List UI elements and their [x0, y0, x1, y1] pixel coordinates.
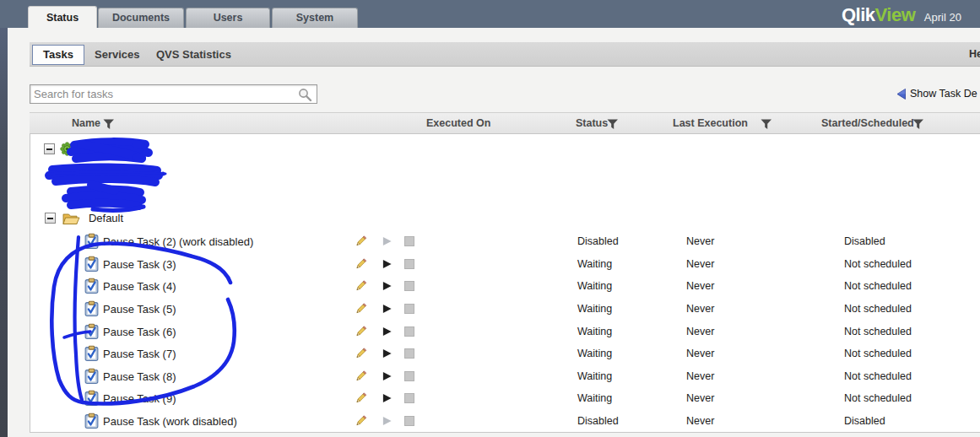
stop-task-icon[interactable]: [404, 393, 414, 403]
edit-task-icon[interactable]: [355, 370, 367, 382]
task-started-scheduled: Not scheduled: [844, 280, 912, 292]
task-status: Waiting: [577, 348, 612, 359]
column-header-status[interactable]: Status: [576, 113, 608, 133]
task-name[interactable]: Pause Task (4): [103, 280, 176, 293]
tree-node-server: [44, 141, 74, 156]
filter-icon[interactable]: [103, 118, 115, 133]
run-task-icon[interactable]: [382, 258, 393, 269]
edit-task-icon[interactable]: [355, 280, 367, 293]
collapse-icon[interactable]: [45, 213, 56, 224]
task-status: Waiting: [577, 392, 612, 404]
task-clipboard-icon: [84, 278, 99, 294]
stop-task-icon[interactable]: [404, 236, 414, 246]
blue-arrow-left-icon: [896, 89, 906, 100]
logo-qlik-text: Qlik: [842, 4, 875, 25]
task-status: Waiting: [577, 370, 612, 382]
task-clipboard-icon: [84, 323, 99, 339]
table-row: Pause Task (9) Waiting Never Not schedul…: [30, 387, 980, 410]
task-last-execution: Never: [686, 348, 714, 359]
tree-node-collapsed: [72, 187, 83, 202]
task-name[interactable]: Pause Task (2) (work disabled): [103, 235, 253, 248]
filter-icon[interactable]: [912, 118, 924, 133]
table-row: Pause Task (8) Waiting Never Not schedul…: [30, 365, 980, 388]
table-row: Pause Task (7) Waiting Never Not schedul…: [30, 343, 980, 365]
task-started-scheduled: Disabled: [844, 235, 885, 247]
task-clipboard-icon: [84, 346, 99, 362]
search-input[interactable]: [34, 85, 295, 103]
folder-label[interactable]: Default: [89, 212, 123, 224]
run-task-icon[interactable]: [382, 348, 393, 359]
show-task-details-link[interactable]: Show Task De: [896, 86, 977, 101]
tab-services[interactable]: Services: [95, 42, 140, 67]
tab-tasks[interactable]: Tasks: [32, 45, 84, 65]
task-last-execution: Never: [686, 326, 714, 337]
run-task-icon[interactable]: [382, 326, 393, 337]
table-row: Pause Task (3) Waiting Never Not schedul…: [30, 253, 980, 276]
stop-task-icon[interactable]: [404, 259, 414, 269]
task-last-execution: Never: [686, 415, 714, 427]
tab-documents[interactable]: Documents: [98, 8, 184, 28]
edit-task-icon[interactable]: [355, 257, 367, 270]
qmc-window: Status Documents Users System QlikView A…: [0, 0, 980, 437]
task-name[interactable]: Pause Task (9): [103, 392, 176, 405]
task-started-scheduled: Not scheduled: [844, 392, 912, 404]
logo-version-text: April 20: [924, 11, 961, 24]
stop-task-icon[interactable]: [404, 348, 414, 359]
run-task-icon[interactable]: [382, 393, 393, 404]
run-task-icon[interactable]: [382, 370, 393, 381]
column-header-started-scheduled[interactable]: Started/Scheduled: [821, 113, 914, 133]
task-status: Waiting: [577, 280, 612, 292]
search-icon: [298, 88, 312, 102]
expand-icon[interactable]: [72, 190, 83, 201]
task-clipboard-icon: [84, 256, 99, 272]
edit-task-icon[interactable]: [355, 348, 367, 360]
column-header-name[interactable]: Name: [72, 113, 100, 133]
task-name[interactable]: Pause Task (3): [103, 257, 176, 270]
task-name[interactable]: Pause Task (7): [103, 348, 176, 360]
task-last-execution: Never: [686, 370, 714, 382]
stop-task-icon[interactable]: [404, 326, 414, 337]
filter-icon[interactable]: [607, 118, 619, 133]
task-status: Waiting: [577, 303, 612, 315]
edit-task-icon[interactable]: [355, 235, 367, 248]
task-started-scheduled: Not scheduled: [844, 258, 912, 270]
edit-task-icon[interactable]: [355, 325, 367, 337]
tab-qvs-statistics[interactable]: QVS Statistics: [156, 42, 231, 67]
column-header-last-execution[interactable]: Last Execution: [673, 113, 748, 133]
tab-status[interactable]: Status: [28, 6, 97, 28]
edit-task-icon[interactable]: [355, 415, 367, 428]
task-name[interactable]: Pause Task (work disabled): [103, 415, 237, 428]
run-task-icon[interactable]: [382, 281, 393, 292]
task-name[interactable]: Pause Task (6): [103, 325, 176, 337]
task-started-scheduled: Not scheduled: [844, 348, 912, 359]
task-last-execution: Never: [686, 258, 714, 270]
task-status: Disabled: [577, 235, 619, 247]
edit-task-icon[interactable]: [355, 303, 367, 316]
task-last-execution: Never: [686, 392, 714, 404]
table-row: Pause Task (6) Waiting Never Not schedul…: [30, 320, 980, 343]
run-task-icon[interactable]: [382, 304, 393, 315]
stop-task-icon[interactable]: [404, 371, 414, 381]
edit-task-icon[interactable]: [355, 392, 367, 405]
task-status: Waiting: [577, 258, 612, 270]
filter-icon[interactable]: [761, 118, 772, 133]
column-header-executed-on[interactable]: Executed On: [426, 113, 490, 133]
run-task-icon[interactable]: [382, 416, 393, 427]
collapse-icon[interactable]: [44, 143, 55, 154]
task-list: Pause Task (2) (work disabled) Disabled …: [30, 230, 980, 432]
task-name[interactable]: Pause Task (5): [103, 303, 176, 316]
stop-task-icon[interactable]: [404, 304, 414, 314]
tab-system[interactable]: System: [272, 8, 358, 28]
task-name[interactable]: Pause Task (8): [103, 370, 176, 382]
help-link[interactable]: He: [969, 42, 980, 67]
top-bar: Status Documents Users System QlikView A…: [0, 0, 980, 28]
run-task-icon[interactable]: [382, 236, 393, 247]
stop-task-icon[interactable]: [404, 416, 414, 426]
task-clipboard-icon: [84, 368, 99, 384]
stop-task-icon[interactable]: [404, 281, 414, 291]
task-clipboard-icon: [84, 234, 99, 250]
tab-users[interactable]: Users: [186, 8, 270, 28]
qlikview-logo: QlikView April 20: [842, 4, 961, 26]
sub-tab-bar: Tasks Services QVS Statistics He: [30, 42, 980, 67]
task-last-execution: Never: [686, 280, 714, 292]
